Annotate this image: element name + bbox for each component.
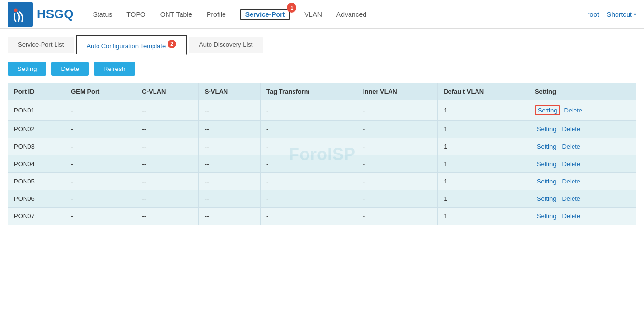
nav-service-port-wrapper: Service-Port 1 — [240, 9, 290, 20]
cell-s-vlan: -- — [198, 173, 260, 190]
cell-default-vlan: 1 — [438, 121, 529, 138]
cell-port-id: PON02 — [8, 121, 65, 138]
row-delete-button[interactable]: Delete — [560, 212, 582, 220]
refresh-button[interactable]: Refresh — [94, 62, 135, 76]
cell-s-vlan: -- — [198, 190, 260, 208]
nav-service-port[interactable]: Service-Port — [240, 9, 290, 20]
row-setting-button[interactable]: Setting — [535, 178, 558, 185]
row-setting-button[interactable]: Setting — [535, 212, 558, 220]
cell-default-vlan: 1 — [438, 138, 529, 155]
nav-profile[interactable]: Profile — [207, 9, 226, 20]
cell-inner-vlan: - — [357, 173, 437, 190]
cell-default-vlan: 1 — [438, 208, 529, 225]
nav-status[interactable]: Status — [93, 9, 112, 20]
cell-default-vlan: 1 — [438, 155, 529, 173]
cell-gem-port: - — [65, 100, 136, 121]
row-setting-button[interactable]: Setting — [535, 160, 558, 168]
row-setting-button[interactable]: Setting — [535, 195, 558, 202]
cell-tag-transform: - — [261, 173, 357, 190]
cell-gem-port: - — [65, 190, 136, 208]
cell-tag-transform: - — [261, 121, 357, 138]
table-row: PON07 - -- -- - - 1 Setting Delete — [8, 208, 636, 225]
cell-gem-port: - — [65, 173, 136, 190]
col-default-vlan: Default VLAN — [438, 83, 529, 100]
table-wrap: Port ID GEM Port C-VLAN S-VLAN Tag Trans… — [0, 83, 644, 233]
row-setting-button[interactable]: Setting — [535, 126, 558, 133]
cell-inner-vlan: - — [357, 208, 437, 225]
row-delete-button[interactable]: Delete — [560, 160, 582, 168]
cell-inner-vlan: - — [357, 100, 437, 121]
actions-bar: Setting Delete Refresh — [0, 55, 644, 83]
table-row: PON02 - -- -- - - 1 Setting Delete — [8, 121, 636, 138]
row-delete-button[interactable]: Delete — [560, 126, 582, 133]
table-row: PON03 - -- -- - - 1 Setting Delete — [8, 138, 636, 155]
cell-s-vlan: -- — [198, 208, 260, 225]
cell-actions: Setting Delete — [529, 208, 636, 225]
cell-inner-vlan: - — [357, 138, 437, 155]
logo-area: HSGQ — [8, 2, 74, 27]
cell-tag-transform: - — [261, 190, 357, 208]
cell-default-vlan: 1 — [438, 100, 529, 121]
col-setting: Setting — [529, 83, 636, 100]
row-delete-button[interactable]: Delete — [560, 143, 582, 150]
col-s-vlan: S-VLAN — [198, 83, 260, 100]
cell-port-id: PON07 — [8, 208, 65, 225]
cell-default-vlan: 1 — [438, 173, 529, 190]
row-delete-button[interactable]: Delete — [560, 178, 582, 185]
cell-gem-port: - — [65, 155, 136, 173]
svg-point-0 — [14, 8, 17, 12]
cell-actions: Setting Delete — [529, 138, 636, 155]
cell-c-vlan: -- — [136, 173, 198, 190]
chevron-down-icon: ▾ — [634, 12, 636, 17]
cell-c-vlan: -- — [136, 208, 198, 225]
nav-ont-table[interactable]: ONT Table — [160, 9, 192, 20]
setting-button[interactable]: Setting — [8, 62, 46, 76]
cell-port-id: PON04 — [8, 155, 65, 173]
cell-tag-transform: - — [261, 155, 357, 173]
col-port-id: Port ID — [8, 83, 65, 100]
tab-auto-config-template[interactable]: Auto Configuration Template2 — [76, 35, 187, 55]
cell-tag-transform: - — [261, 100, 357, 121]
tabs-bar: Service-Port List Auto Configuration Tem… — [0, 29, 644, 55]
header: HSGQ Status TOPO ONT Table Profile Servi… — [0, 0, 644, 29]
nav-advanced[interactable]: Advanced — [336, 9, 366, 20]
cell-s-vlan: -- — [198, 100, 260, 121]
nav-root[interactable]: root — [588, 9, 599, 20]
badge-1: 1 — [287, 3, 296, 13]
cell-inner-vlan: - — [357, 121, 437, 138]
col-gem-port: GEM Port — [65, 83, 136, 100]
table-row: PON05 - -- -- - - 1 Setting Delete — [8, 173, 636, 190]
cell-c-vlan: -- — [136, 100, 198, 121]
tab-auto-discovery-list[interactable]: Auto Discovery List — [189, 37, 263, 53]
cell-inner-vlan: - — [357, 190, 437, 208]
cell-port-id: PON06 — [8, 190, 65, 208]
nav-topo[interactable]: TOPO — [126, 9, 145, 20]
nav-vlan[interactable]: VLAN — [304, 9, 322, 20]
row-setting-button[interactable]: Setting — [535, 143, 558, 150]
row-delete-button[interactable]: Delete — [560, 195, 582, 202]
row-delete-button[interactable]: Delete — [562, 105, 584, 115]
badge-2: 2 — [168, 40, 176, 48]
cell-s-vlan: -- — [198, 155, 260, 173]
tab-service-port-list[interactable]: Service-Port List — [8, 37, 74, 53]
row-setting-button[interactable]: Setting — [535, 105, 560, 115]
table-header-row: Port ID GEM Port C-VLAN S-VLAN Tag Trans… — [8, 83, 636, 100]
delete-button[interactable]: Delete — [51, 62, 89, 76]
cell-tag-transform: - — [261, 138, 357, 155]
nav-right: root Shortcut ▾ — [588, 9, 636, 20]
cell-actions: Setting Delete — [529, 173, 636, 190]
table-row: PON06 - -- -- - - 1 Setting Delete — [8, 190, 636, 208]
cell-gem-port: - — [65, 208, 136, 225]
cell-port-id: PON05 — [8, 173, 65, 190]
cell-s-vlan: -- — [198, 138, 260, 155]
cell-gem-port: - — [65, 121, 136, 138]
nav-shortcut-wrapper: Shortcut ▾ — [607, 9, 636, 20]
cell-default-vlan: 1 — [438, 190, 529, 208]
cell-s-vlan: -- — [198, 121, 260, 138]
nav-shortcut[interactable]: Shortcut — [607, 9, 632, 20]
cell-inner-vlan: - — [357, 155, 437, 173]
cell-port-id: PON01 — [8, 100, 65, 121]
cell-port-id: PON03 — [8, 138, 65, 155]
cell-tag-transform: - — [261, 208, 357, 225]
data-table: Port ID GEM Port C-VLAN S-VLAN Tag Trans… — [8, 83, 636, 225]
